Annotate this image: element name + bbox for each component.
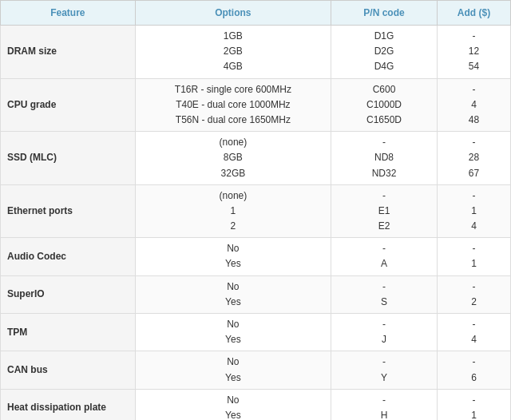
pn-cell: -A xyxy=(331,238,438,275)
pn-cell: -Y xyxy=(331,351,438,389)
add-cell: -14 xyxy=(437,184,510,238)
pn-cell: -E1E2 xyxy=(331,184,438,238)
options-cell: NoYes xyxy=(135,275,331,313)
options-cell: NoYes xyxy=(135,314,331,351)
col-header-options: Options xyxy=(135,1,331,26)
feature-cell: SSD (MLC) xyxy=(1,132,136,185)
add-cell: -4 xyxy=(437,314,510,351)
col-header-pn: P/N code xyxy=(331,1,438,26)
feature-cell: Audio Codec xyxy=(1,238,136,275)
config-table: Feature Options P/N code Add ($) DRAM si… xyxy=(0,0,511,420)
table-row: CAN busNoYes-Y-6 xyxy=(1,351,511,389)
table-row: DRAM size1GB2GB4GBD1GD2GD4G-1254 xyxy=(1,26,511,79)
add-cell: -1254 xyxy=(437,26,510,79)
table-row: CPU gradeT16R - single core 600MHzT40E -… xyxy=(1,78,511,132)
pn-cell: -ND8ND32 xyxy=(331,132,438,185)
options-cell: (none)12 xyxy=(135,184,331,238)
table-row: Ethernet ports(none)12-E1E2-14 xyxy=(1,184,511,238)
pn-cell: -S xyxy=(331,275,438,313)
pn-cell: D1GD2GD4G xyxy=(331,26,438,79)
feature-cell: CAN bus xyxy=(1,351,136,389)
feature-cell: Heat dissipation plate xyxy=(1,389,136,420)
table-row: Audio CodecNoYes-A-1 xyxy=(1,238,511,275)
options-cell: 1GB2GB4GB xyxy=(135,26,331,79)
options-cell: NoYes xyxy=(135,238,331,275)
pn-cell: -H xyxy=(331,389,438,420)
options-cell: NoYes xyxy=(135,389,331,420)
options-cell: NoYes xyxy=(135,351,331,389)
add-cell: -1 xyxy=(437,238,510,275)
table-row: SSD (MLC)(none)8GB32GB-ND8ND32-2867 xyxy=(1,132,511,185)
feature-cell: DRAM size xyxy=(1,26,136,79)
add-cell: -2 xyxy=(437,275,510,313)
feature-cell: CPU grade xyxy=(1,78,136,132)
add-cell: -448 xyxy=(437,78,510,132)
table-row: TPMNoYes-J-4 xyxy=(1,314,511,351)
pn-cell: C600C1000DC1650D xyxy=(331,78,438,132)
feature-cell: TPM xyxy=(1,314,136,351)
table-row: Heat dissipation plateNoYes-H-1 xyxy=(1,389,511,420)
feature-cell: SuperIO xyxy=(1,275,136,313)
add-cell: -2867 xyxy=(437,132,510,185)
col-header-add: Add ($) xyxy=(437,1,510,26)
options-cell: (none)8GB32GB xyxy=(135,132,331,185)
feature-cell: Ethernet ports xyxy=(1,184,136,238)
col-header-feature: Feature xyxy=(1,1,136,26)
add-cell: -1 xyxy=(437,389,510,420)
table-row: SuperIONoYes-S-2 xyxy=(1,275,511,313)
add-cell: -6 xyxy=(437,351,510,389)
pn-cell: -J xyxy=(331,314,438,351)
options-cell: T16R - single core 600MHzT40E - dual cor… xyxy=(135,78,331,132)
